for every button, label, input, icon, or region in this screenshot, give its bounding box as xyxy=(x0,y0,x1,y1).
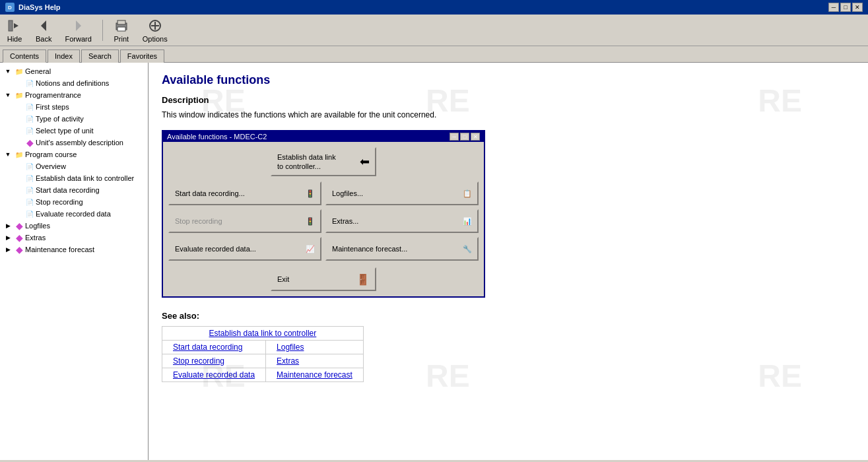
sidebar-item-typeofactivity[interactable]: 📄 Type of activity xyxy=(0,113,148,125)
mock-logfiles-label: Logfiles... xyxy=(332,189,363,197)
sidebar-label-stoprecording: Stop recording xyxy=(36,198,83,206)
window-title: DiaSys Help xyxy=(18,3,61,11)
sidebar-label-notions: Notions and definitions xyxy=(36,79,109,87)
see-also-row-1: Establish data link to controller xyxy=(162,327,364,341)
sidebar-label-startrecording: Start data recording xyxy=(36,186,100,194)
app-icon: D xyxy=(5,3,15,12)
forward-button[interactable]: Forward xyxy=(62,16,94,44)
hide-button[interactable]: Hide xyxy=(4,16,25,44)
doc-icon-overview: 📄 xyxy=(25,162,34,171)
svg-rect-6 xyxy=(117,27,125,31)
doc-icon-startrecording: 📄 xyxy=(25,185,34,195)
tab-bar: Contents Index Search Favorites xyxy=(0,46,868,63)
content-area: RE RE RE RE RE RE Available functions De… xyxy=(149,63,868,460)
link-extras[interactable]: Extras xyxy=(277,356,299,366)
forward-icon xyxy=(71,18,86,34)
print-icon xyxy=(114,18,129,34)
maximize-button[interactable]: □ xyxy=(840,3,851,12)
sidebar-label-extras: Extras xyxy=(25,234,46,242)
tab-favorites[interactable]: Favorites xyxy=(120,50,164,63)
sidebar-item-maintenanceforecast[interactable]: ▶ ◆ Maintenance forecast xyxy=(0,244,148,255)
mock-content: Establish data linkto controller... ⬅ St… xyxy=(163,142,484,296)
link-start-recording[interactable]: Start data recording xyxy=(173,343,242,352)
sidebar-item-startrecording[interactable]: 📄 Start data recording xyxy=(0,184,148,196)
see-also-table: Establish data link to controller Start … xyxy=(162,326,364,382)
sidebar-item-selecttype[interactable]: 📄 Select type of unit xyxy=(0,125,148,137)
sidebar-label-evaluate: Evaluate recorded data xyxy=(36,210,111,218)
expander-programcourse: ▼ xyxy=(3,149,13,160)
mock-extras-icon: 📊 xyxy=(463,217,472,226)
back-button[interactable]: Back xyxy=(33,16,54,44)
sidebar-item-programcourse[interactable]: ▼ 📁 Program course xyxy=(0,148,148,160)
diamond-icon-maintenanceforecast: ◆ xyxy=(15,245,24,254)
expander-programentrance: ▼ xyxy=(3,90,13,100)
sidebar-label-logfiles: Logfiles xyxy=(25,222,50,230)
options-icon xyxy=(147,18,163,34)
mock-exit-icon: 🚪 xyxy=(356,273,370,286)
mock-title-bar: Available functions - MDEC-C2 ─ □ ✕ xyxy=(163,131,484,142)
folder-icon-programentrance: 📁 xyxy=(15,90,24,100)
see-also-row-3: Stop recording Extras xyxy=(162,354,364,368)
link-logfiles[interactable]: Logfiles xyxy=(277,343,304,352)
svg-rect-5 xyxy=(117,20,125,24)
mock-start-recording-button: Start data recording... 🚦 xyxy=(168,182,321,205)
doc-icon-selecttype: 📄 xyxy=(25,126,34,135)
doc-icon-firststeps: 📄 xyxy=(25,102,34,112)
expander-logfiles: ▶ xyxy=(3,220,13,231)
tab-search[interactable]: Search xyxy=(81,50,119,63)
tab-contents[interactable]: Contents xyxy=(3,50,46,63)
mock-window-title: Available functions - MDEC-C2 xyxy=(167,133,267,141)
doc-icon-stoprecording: 📄 xyxy=(25,197,34,207)
sidebar-item-logfiles[interactable]: ▶ ◆ Logfiles xyxy=(0,220,148,232)
link-evaluate[interactable]: Evaluate recorded data xyxy=(173,370,255,380)
sidebar-item-firststeps[interactable]: 📄 First steps xyxy=(0,101,148,113)
mock-establish-icon: ⬅ xyxy=(360,154,370,169)
toolbar: Hide Back Forward Print xyxy=(0,15,868,46)
mock-logfiles-button: Logfiles... 📋 xyxy=(325,182,479,205)
mock-logfiles-icon: 📋 xyxy=(463,189,472,198)
sidebar-item-overview[interactable]: 📄 Overview xyxy=(0,160,148,172)
mock-traffic-icon-start: 🚦 xyxy=(306,189,315,198)
print-button[interactable]: Print xyxy=(111,16,132,44)
options-button[interactable]: Options xyxy=(140,16,170,44)
link-stop-recording[interactable]: Stop recording xyxy=(173,356,224,366)
sidebar-item-assembly[interactable]: ◆ Unit's assembly description xyxy=(0,137,148,148)
expander-stoprecording xyxy=(13,197,24,207)
mock-traffic-icon-stop: 🚦 xyxy=(306,217,315,226)
sidebar-item-evaluate[interactable]: 📄 Evaluate recorded data xyxy=(0,208,148,220)
minimize-button[interactable]: ─ xyxy=(828,3,839,12)
sidebar-label-assembly: Unit's assembly description xyxy=(36,139,123,147)
svg-marker-1 xyxy=(14,23,18,28)
svg-marker-3 xyxy=(76,20,81,31)
expander-selecttype xyxy=(13,125,24,136)
expander-typeofactivity xyxy=(13,114,24,124)
mock-window: Available functions - MDEC-C2 ─ □ ✕ Esta… xyxy=(162,130,485,298)
sidebar-item-general[interactable]: ▼ 📁 General xyxy=(0,65,148,77)
folder-icon-general: 📁 xyxy=(15,67,24,76)
mock-establish-label: Establish data linkto controller... xyxy=(277,152,336,172)
sidebar-item-extras[interactable]: ▶ ◆ Extras xyxy=(0,232,148,244)
expander-notions xyxy=(13,78,24,88)
mock-evaluate-icon: 📈 xyxy=(306,245,315,253)
sidebar-item-stoprecording[interactable]: 📄 Stop recording xyxy=(0,196,148,208)
mock-evaluate-label: Evaluate recorded data... xyxy=(175,245,256,253)
mock-minimize: ─ xyxy=(450,133,459,141)
description-heading: Description xyxy=(162,95,855,105)
tab-index[interactable]: Index xyxy=(48,50,80,63)
mock-maintenance-label: Maintenance forecast... xyxy=(332,245,407,253)
mock-maintenance-icon: 🔧 xyxy=(463,245,472,253)
doc-icon-establish: 📄 xyxy=(25,174,34,183)
sidebar-item-programentrance[interactable]: ▼ 📁 Programentrance xyxy=(0,89,148,101)
watermark-6: RE xyxy=(758,358,802,394)
title-bar: D DiaSys Help ─ □ ✕ xyxy=(0,0,868,15)
sidebar-label-general: General xyxy=(25,67,51,75)
page-title: Available functions xyxy=(162,73,855,87)
link-maintenance[interactable]: Maintenance forecast xyxy=(277,370,352,380)
mock-stop-recording-button: Stop recording 🚦 xyxy=(168,209,321,233)
sidebar-item-establish[interactable]: 📄 Establish data link to controller xyxy=(0,172,148,184)
link-establish[interactable]: Establish data link to controller xyxy=(209,329,317,338)
mock-close: ✕ xyxy=(471,133,480,141)
sidebar-item-notions[interactable]: 📄 Notions and definitions xyxy=(0,77,148,89)
mock-start-label: Start data recording... xyxy=(175,189,245,197)
close-button[interactable]: ✕ xyxy=(852,3,863,12)
